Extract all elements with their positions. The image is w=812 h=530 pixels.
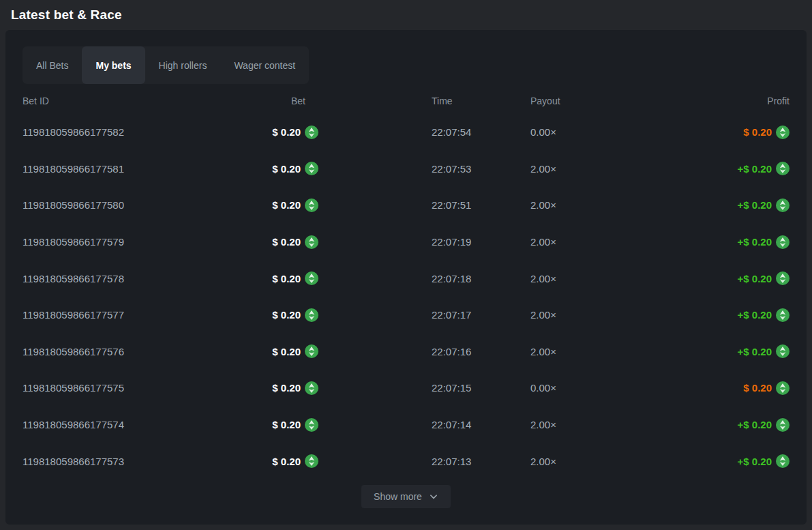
ethereum-coin-icon — [776, 126, 790, 139]
table-row[interactable]: 119818059866177574 $ 0.20 22:07:14 2.00×… — [22, 407, 790, 443]
bet-amount: $ 0.20 — [272, 309, 301, 321]
tab-label: High rollers — [159, 60, 207, 71]
table-row[interactable]: 119818059866177582 $ 0.20 22:07:54 0.00×… — [22, 114, 790, 151]
tab-high-rollers[interactable]: High rollers — [145, 46, 221, 84]
bet-cell: $ 0.20 — [227, 344, 318, 358]
ethereum-coin-icon — [776, 454, 790, 468]
bet-amount: $ 0.20 — [272, 163, 301, 175]
profit-cell: +$ 0.20 — [614, 162, 790, 175]
ethereum-coin-icon — [776, 271, 790, 285]
column-header-bet-id: Bet ID — [22, 95, 227, 106]
time-cell: 22:07:19 — [318, 236, 525, 248]
chevron-down-icon — [429, 492, 438, 501]
payout-cell: 2.00× — [525, 309, 614, 321]
tab-label: Wager contest — [234, 60, 295, 71]
profit-amount: +$ 0.20 — [738, 273, 772, 284]
bet-cell: $ 0.20 — [227, 126, 318, 139]
bet-id-cell: 119818059866177581 — [22, 163, 227, 175]
tab-wager-contest[interactable]: Wager contest — [220, 46, 309, 84]
ethereum-coin-icon — [305, 235, 318, 249]
bet-cell: $ 0.20 — [227, 454, 318, 468]
tab-bar: All Bets My bets High rollers Wager cont… — [22, 46, 309, 84]
ethereum-coin-icon — [776, 344, 790, 358]
time-cell: 22:07:53 — [318, 163, 525, 175]
ethereum-coin-icon — [305, 271, 318, 285]
profit-cell: +$ 0.20 — [614, 418, 790, 432]
profit-amount: +$ 0.20 — [738, 236, 772, 248]
profit-cell: +$ 0.20 — [614, 454, 790, 468]
tab-my-bets[interactable]: My bets — [82, 46, 145, 84]
profit-amount: +$ 0.20 — [738, 163, 772, 175]
payout-cell: 2.00× — [525, 346, 614, 357]
table-row[interactable]: 119818059866177579 $ 0.20 22:07:19 2.00×… — [22, 224, 790, 261]
table-row[interactable]: 119818059866177578 $ 0.20 22:07:18 2.00×… — [22, 260, 790, 297]
table-body: 119818059866177582 $ 0.20 22:07:54 0.00×… — [22, 114, 790, 480]
ethereum-coin-icon — [776, 235, 790, 249]
show-more-label: Show more — [374, 491, 422, 502]
payout-cell: 2.00× — [525, 273, 614, 284]
show-more-container: Show more — [22, 485, 790, 508]
column-header-bet: Bet — [227, 95, 318, 106]
bet-cell: $ 0.20 — [227, 162, 318, 175]
bet-amount: $ 0.20 — [272, 199, 301, 211]
bet-amount: $ 0.20 — [272, 126, 301, 138]
table-row[interactable]: 119818059866177581 $ 0.20 22:07:53 2.00×… — [22, 151, 790, 188]
ethereum-coin-icon — [305, 418, 318, 432]
bet-id-cell: 119818059866177578 — [22, 273, 227, 284]
bet-id-cell: 119818059866177575 — [22, 382, 227, 394]
time-cell: 22:07:51 — [318, 199, 525, 211]
tab-label: All Bets — [36, 60, 68, 71]
tab-label: My bets — [95, 60, 131, 71]
table-row[interactable]: 119818059866177577 $ 0.20 22:07:17 2.00×… — [22, 297, 790, 334]
profit-amount: +$ 0.20 — [738, 309, 772, 321]
table-row[interactable]: 119818059866177573 $ 0.20 22:07:13 2.00×… — [22, 443, 790, 480]
payout-cell: 2.00× — [525, 236, 614, 248]
time-cell: 22:07:14 — [318, 419, 525, 430]
bet-amount: $ 0.20 — [272, 346, 301, 357]
bet-cell: $ 0.20 — [227, 418, 318, 432]
payout-cell: 2.00× — [525, 199, 614, 211]
profit-amount: +$ 0.20 — [738, 419, 772, 430]
payout-cell: 0.00× — [525, 382, 614, 394]
bet-amount: $ 0.20 — [272, 382, 301, 394]
ethereum-coin-icon — [305, 126, 318, 139]
column-header-payout: Payout — [525, 95, 614, 106]
table-row[interactable]: 119818059866177580 $ 0.20 22:07:51 2.00×… — [22, 187, 790, 224]
tab-all-bets[interactable]: All Bets — [22, 46, 82, 84]
section-header: Latest bet & Race — [0, 0, 812, 30]
table-header-row: Bet IDBetTimePayoutProfit — [22, 88, 790, 114]
ethereum-coin-icon — [776, 381, 790, 395]
bet-id-cell: 119818059866177579 — [22, 236, 227, 248]
table-row[interactable]: 119818059866177576 $ 0.20 22:07:16 2.00×… — [22, 334, 790, 370]
time-cell: 22:07:18 — [318, 273, 525, 284]
profit-amount: +$ 0.20 — [738, 199, 772, 211]
profit-amount: +$ 0.20 — [738, 456, 772, 467]
ethereum-coin-icon — [305, 381, 318, 395]
bet-amount: $ 0.20 — [272, 456, 301, 467]
profit-cell: $ 0.20 — [614, 126, 790, 139]
bet-amount: $ 0.20 — [272, 236, 301, 248]
bet-id-cell: 119818059866177576 — [22, 346, 227, 357]
bet-id-cell: 119818059866177573 — [22, 456, 227, 467]
bet-cell: $ 0.20 — [227, 235, 318, 249]
bet-cell: $ 0.20 — [227, 198, 318, 212]
page-title: Latest bet & Race — [11, 8, 122, 23]
show-more-button[interactable]: Show more — [361, 485, 451, 508]
ethereum-coin-icon — [776, 162, 790, 175]
ethereum-coin-icon — [305, 344, 318, 358]
profit-cell: $ 0.20 — [614, 381, 790, 395]
ethereum-coin-icon — [305, 454, 318, 468]
profit-cell: +$ 0.20 — [614, 308, 790, 322]
time-cell: 22:07:15 — [318, 382, 525, 394]
profit-cell: +$ 0.20 — [614, 271, 790, 285]
bet-id-cell: 119818059866177580 — [22, 199, 227, 211]
bet-id-cell: 119818059866177577 — [22, 309, 227, 321]
profit-amount: $ 0.20 — [743, 382, 772, 394]
column-header-time: Time — [318, 95, 525, 106]
ethereum-coin-icon — [776, 418, 790, 432]
payout-cell: 2.00× — [525, 163, 614, 175]
table-row[interactable]: 119818059866177575 $ 0.20 22:07:15 0.00×… — [22, 370, 790, 407]
ethereum-coin-icon — [776, 308, 790, 322]
ethereum-coin-icon — [776, 198, 790, 212]
latest-bet-race-section: Latest bet & Race All Bets My bets High … — [0, 0, 812, 530]
